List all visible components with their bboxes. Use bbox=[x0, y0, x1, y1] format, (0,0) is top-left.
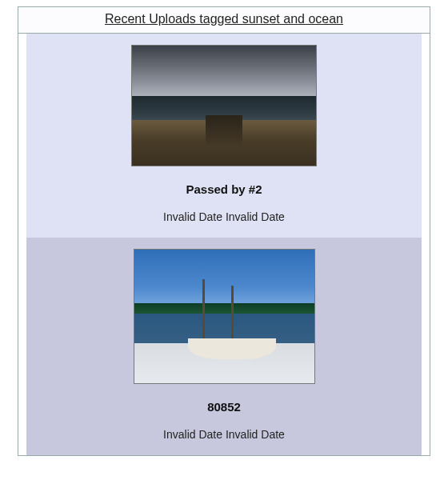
thumbnail-image bbox=[131, 45, 317, 166]
item-title[interactable]: Passed by #2 bbox=[26, 182, 422, 196]
item-title[interactable]: 80852 bbox=[26, 400, 422, 414]
widget-title[interactable]: Recent Uploads tagged sunset and ocean bbox=[18, 7, 430, 34]
thumbnail-image bbox=[134, 249, 315, 384]
items-panel: Passed by #2 Invalid Date Invalid Date 8… bbox=[26, 34, 422, 455]
thumbnail-link[interactable] bbox=[134, 373, 315, 386]
thumbnail-link[interactable] bbox=[131, 155, 317, 169]
upload-item: Passed by #2 Invalid Date Invalid Date bbox=[26, 34, 422, 238]
upload-item: 80852 Invalid Date Invalid Date bbox=[26, 238, 422, 455]
widget-container: Recent Uploads tagged sunset and ocean P… bbox=[18, 6, 430, 456]
item-date: Invalid Date Invalid Date bbox=[26, 428, 422, 441]
item-date: Invalid Date Invalid Date bbox=[26, 210, 422, 223]
